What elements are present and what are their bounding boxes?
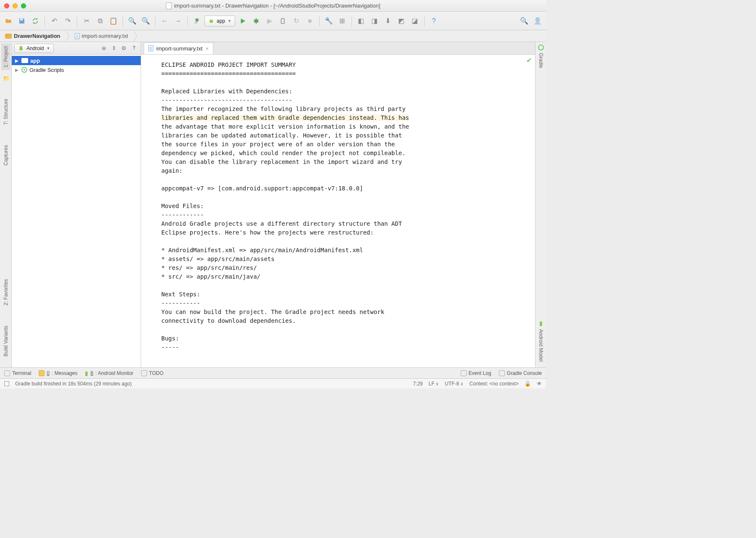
event-log-tool-tab[interactable]: Event Log <box>461 370 491 376</box>
todo-icon <box>141 370 147 376</box>
copy-button[interactable]: ⧉ <box>94 15 106 27</box>
android-icon: ▮ <box>85 370 88 377</box>
collapse-all-button[interactable]: ⇕ <box>110 44 118 53</box>
expand-arrow-icon[interactable]: ▶ <box>15 58 19 63</box>
redo-button[interactable]: ↷ <box>62 15 74 27</box>
search-everywhere-button[interactable]: 🔍 <box>518 15 530 27</box>
svg-point-4 <box>254 19 258 23</box>
minimize-window-button[interactable] <box>13 3 18 8</box>
save-button[interactable] <box>16 15 28 27</box>
tool-windows-toggle-icon[interactable] <box>4 381 9 386</box>
close-window-button[interactable] <box>4 3 9 8</box>
svg-point-3 <box>212 20 212 21</box>
settings-gear-icon[interactable]: ⚙ <box>120 44 128 53</box>
chevron-down-icon: ▼ <box>46 46 50 50</box>
caret-position[interactable]: 7:29 <box>413 381 423 387</box>
attach-debugger-button[interactable] <box>277 15 289 27</box>
breadcrumb-root[interactable]: DrawerNavigation <box>0 30 66 42</box>
svg-text:10: 10 <box>194 21 197 24</box>
back-button[interactable]: ← <box>159 15 171 27</box>
main-toolbar: ↶ ↷ ✂ ⧉ 📋 🔍 🔍 ← → 10 app ▼ ▶ ↻ ■ 🔧 ⊞ ◧ ◨… <box>0 12 546 30</box>
paste-button[interactable]: 📋 <box>108 15 119 27</box>
messages-icon <box>39 370 45 376</box>
structure-tool-tab[interactable]: 7: Structure <box>1 96 10 127</box>
run-configuration-dropdown[interactable]: app ▼ <box>205 16 235 26</box>
android-monitor-tool-tab[interactable]: ▮6: Android Monitor <box>85 370 133 377</box>
right-tool-window-bar: Gradle ▮ Android Model <box>535 42 546 367</box>
android-icon <box>208 18 214 24</box>
run-button[interactable] <box>237 15 249 27</box>
debug-button[interactable] <box>250 15 262 27</box>
line-separator-selector[interactable]: LF ⇕ <box>429 381 439 387</box>
project-tree[interactable]: ▶ app ▶ Gradle Scripts <box>12 55 141 367</box>
favorites-tool-tab[interactable]: 2: Favorites <box>1 277 10 308</box>
theme-button[interactable]: ◨ <box>369 15 381 27</box>
user-button[interactable]: 👤 <box>532 15 543 27</box>
bottom-tool-window-bar: Terminal 0: Messages ▮6: Android Monitor… <box>0 367 546 378</box>
avd-manager-button[interactable]: 🔧 <box>323 15 335 27</box>
editor-tab-label: import-summary.txt <box>156 45 202 52</box>
replace-button[interactable]: 🔍 <box>140 15 152 27</box>
run-coverage-button[interactable]: ▶ <box>264 15 276 27</box>
gradle-tool-tab[interactable]: Gradle <box>536 50 546 71</box>
undo-button[interactable]: ↶ <box>48 15 60 27</box>
cut-button[interactable]: ✂ <box>81 15 92 27</box>
android-model-icon: ▮ <box>539 320 543 327</box>
todo-tool-tab[interactable]: TODO <box>141 370 163 376</box>
android-device-button[interactable]: ◩ <box>396 15 407 27</box>
editor-area: import-summary.txt × ✔ ECLIPSE ANDROID P… <box>141 42 535 367</box>
find-button[interactable]: 🔍 <box>126 15 138 27</box>
captures-tool-tab[interactable]: Captures <box>1 142 10 168</box>
encoding-selector[interactable]: UTF-8 ⇕ <box>445 381 464 387</box>
window-titlebar: import-summary.txt - DrawerNavigation - … <box>0 0 546 12</box>
translate-button[interactable]: ⬇ <box>382 15 394 27</box>
stop-button[interactable]: ■ <box>304 15 316 27</box>
rerun-button[interactable]: ↻ <box>291 15 302 27</box>
android-model-tool-tab[interactable]: Android Model <box>536 327 546 364</box>
tree-item-app[interactable]: ▶ app <box>12 56 141 65</box>
text-file-icon <box>75 33 80 39</box>
messages-tool-tab[interactable]: 0: Messages <box>39 370 77 376</box>
editor-content[interactable]: ECLIPSE ANDROID PROJECT IMPORT SUMMARY =… <box>141 55 535 367</box>
build-variants-tool-tab[interactable]: Build Variants <box>1 323 10 359</box>
sync-button[interactable] <box>29 15 41 27</box>
analysis-ok-icon: ✔ <box>526 56 532 64</box>
project-view-dropdown[interactable]: Android ▼ <box>14 44 54 53</box>
run-config-label: app <box>217 18 225 24</box>
make-button[interactable]: 10 <box>191 15 203 27</box>
status-bar: Gradle build finished in 18s 504ms (29 m… <box>0 378 546 388</box>
event-log-icon <box>461 370 467 376</box>
svg-point-7 <box>21 46 22 47</box>
sdk-manager-button[interactable]: ⊞ <box>336 15 348 27</box>
close-tab-button[interactable]: × <box>205 45 209 52</box>
tree-item-gradle-scripts[interactable]: ▶ Gradle Scripts <box>12 65 141 74</box>
terminal-icon <box>4 370 10 376</box>
open-button[interactable] <box>3 15 14 27</box>
svg-point-6 <box>20 46 21 47</box>
layout-button[interactable]: ◧ <box>355 15 367 27</box>
hide-panel-button[interactable]: ⤒ <box>130 44 138 53</box>
module-folder-icon <box>21 58 28 63</box>
memory-indicator-icon[interactable]: 👁 <box>537 381 542 387</box>
file-icon <box>166 3 172 9</box>
project-tool-tab[interactable]: 1: Project <box>1 44 10 70</box>
forward-button[interactable]: → <box>172 15 184 27</box>
breadcrumb-file[interactable]: import-summary.txt <box>70 30 133 42</box>
expand-arrow-icon[interactable]: ▶ <box>15 68 19 72</box>
gradle-sync-button[interactable]: ◪ <box>409 15 421 27</box>
android-icon <box>18 45 24 51</box>
svg-rect-0 <box>20 18 23 20</box>
context-selector[interactable]: Context: <no context> <box>470 381 519 387</box>
scroll-to-source-button[interactable]: ⊕ <box>100 44 108 53</box>
text-file-icon <box>148 45 153 51</box>
gradle-console-tool-tab[interactable]: Gradle Console <box>499 370 542 376</box>
zoom-window-button[interactable] <box>21 3 26 8</box>
tree-item-label: Gradle Scripts <box>29 67 64 73</box>
dropdown-chevron-icon: ▼ <box>228 19 231 23</box>
help-button[interactable]: ? <box>428 15 440 27</box>
editor-tab[interactable]: import-summary.txt × <box>144 42 213 54</box>
gradle-icon <box>21 67 27 73</box>
terminal-tool-tab[interactable]: Terminal <box>4 370 31 376</box>
svg-point-2 <box>210 20 211 21</box>
lock-icon[interactable]: 🔓 <box>525 381 531 387</box>
